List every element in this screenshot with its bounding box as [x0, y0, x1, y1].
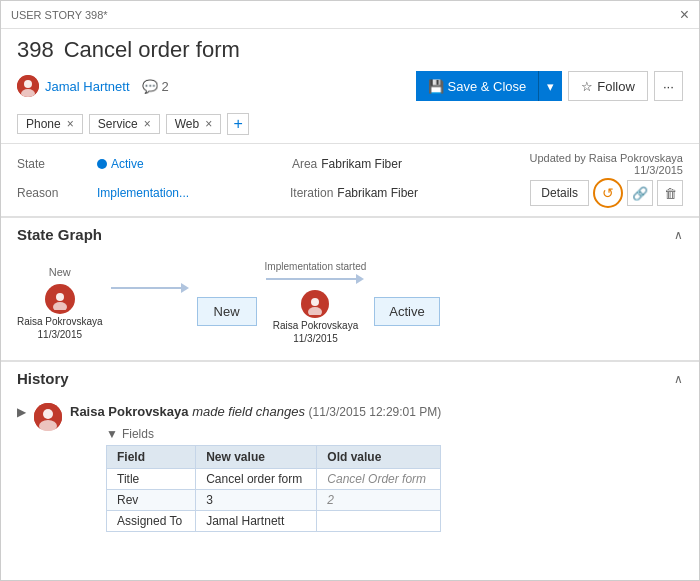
row3-old: [317, 511, 441, 532]
follow-button[interactable]: ☆ Follow: [568, 71, 648, 101]
save-dropdown-button[interactable]: ▾: [538, 71, 562, 101]
title-bar: USER STORY 398* ×: [1, 1, 699, 29]
history-entry-detail: Raisa Pokrovskaya made field changes (11…: [70, 403, 441, 532]
state-graph-content: New Raisa Pokrovskaya 11/3/2015: [1, 251, 699, 360]
row2-old: 2: [317, 490, 441, 511]
avatar: [17, 75, 39, 97]
tag-web: Web ×: [166, 114, 221, 134]
arrow-head-2: [356, 274, 364, 284]
row2-field: Rev: [107, 490, 196, 511]
fields-label: ▼ Fields: [106, 427, 441, 441]
state-user1-date: 11/3/2015: [38, 329, 83, 340]
state-user2-date: 11/3/2015: [293, 333, 338, 344]
history-title: History: [17, 370, 69, 387]
toolbar-row: Jamal Hartnett 💬 2 💾 Save & Close ▾: [17, 71, 683, 101]
save-button-group: 💾 Save & Close ▾: [416, 71, 563, 101]
reason-label: Reason: [17, 186, 97, 200]
arrow-shaft-1: [111, 287, 181, 289]
col-new-value: New value: [196, 446, 317, 469]
state-node-new2: x New: [197, 279, 257, 326]
tag-service-remove[interactable]: ×: [144, 117, 151, 131]
col-field: Field: [107, 446, 196, 469]
table-row: Assigned To Jamal Hartnett: [107, 511, 441, 532]
history-header[interactable]: History ∧: [1, 362, 699, 395]
follow-label: Follow: [597, 79, 635, 94]
chevron-down-icon: ▾: [547, 79, 554, 94]
history-icon-button[interactable]: ↺: [593, 178, 623, 208]
tag-service-label: Service: [98, 117, 138, 131]
details-button[interactable]: Details: [530, 180, 589, 206]
state-graph-title: State Graph: [17, 226, 102, 243]
row1-field: Title: [107, 469, 196, 490]
svg-point-1: [24, 80, 32, 88]
fields-section: ▼ Fields Field New value Old value: [106, 427, 441, 532]
toolbar-right: 💾 Save & Close ▾ ☆ Follow ···: [416, 71, 683, 101]
link-button[interactable]: 🔗: [627, 180, 653, 206]
state-node-new1: New Raisa Pokrovskaya 11/3/2015: [17, 266, 103, 340]
history-user: Raisa Pokrovskaya: [70, 404, 189, 419]
row3-field: Assigned To: [107, 511, 196, 532]
close-button[interactable]: ×: [680, 7, 689, 23]
state-dot: [97, 159, 107, 169]
trash-button[interactable]: 🗑: [657, 180, 683, 206]
meta-row-2: Reason Implementation... Iteration Fabri…: [17, 178, 683, 208]
tag-web-remove[interactable]: ×: [205, 117, 212, 131]
comment-number: 2: [162, 79, 169, 94]
history-avatar: [34, 403, 62, 431]
state-graph-chevron: ∧: [674, 228, 683, 242]
trash-icon: 🗑: [664, 186, 677, 201]
table-row: Rev 3 2: [107, 490, 441, 511]
row1-old: Cancel Order form: [317, 469, 441, 490]
history-entry-1: ▶ Raisa Pokrovskaya made field changes: [17, 403, 683, 532]
history-icon: ↺: [602, 185, 614, 201]
save-close-button[interactable]: 💾 Save & Close: [416, 71, 539, 101]
arrow-head-1: [181, 283, 189, 293]
ellipsis-icon: ···: [663, 79, 674, 94]
add-tag-button[interactable]: +: [227, 113, 249, 135]
table-row: Title Cancel order form Cancel Order for…: [107, 469, 441, 490]
avatar-2: [301, 290, 329, 318]
row2-new: 3: [196, 490, 317, 511]
state-graph-header[interactable]: State Graph ∧: [1, 218, 699, 251]
tag-phone-remove[interactable]: ×: [67, 117, 74, 131]
tag-service: Service ×: [89, 114, 160, 134]
area-label: Area: [292, 157, 317, 171]
history-expand-icon[interactable]: ▶: [17, 405, 26, 419]
more-button[interactable]: ···: [654, 71, 683, 101]
fields-expand-icon[interactable]: ▼: [106, 427, 118, 441]
row3-new: Jamal Hartnett: [196, 511, 317, 532]
reason-value: Implementation...: [97, 186, 290, 200]
history-text-line: Raisa Pokrovskaya made field changes (11…: [70, 403, 441, 421]
state-value: Active: [111, 157, 292, 171]
avatar-1: [45, 284, 75, 314]
state-box-active: Active: [374, 297, 439, 326]
col-old-value: Old value: [317, 446, 441, 469]
toolbar-left: Jamal Hartnett 💬 2: [17, 75, 169, 97]
tag-web-label: Web: [175, 117, 199, 131]
arrow-shaft-2: [266, 278, 356, 280]
arrow-line-1: [111, 283, 189, 293]
detail-buttons: Details ↺ 🔗 🗑: [530, 178, 683, 208]
svg-point-7: [311, 298, 319, 306]
window-title: USER STORY 398*: [11, 9, 108, 21]
main-window: USER STORY 398* × 398 Cancel order form: [0, 0, 700, 581]
svg-point-10: [43, 409, 53, 419]
arrow-1: [111, 283, 189, 293]
save-label: Save & Close: [448, 79, 527, 94]
state-box-new: New: [197, 297, 257, 326]
user-name[interactable]: Jamal Hartnett: [45, 79, 130, 94]
state-user-1: Raisa Pokrovskaya 11/3/2015: [17, 284, 103, 340]
arrow2-label: Implementation started: [265, 261, 367, 272]
fields-label-text: Fields: [122, 427, 154, 441]
user-info: Jamal Hartnett: [17, 75, 130, 97]
comment-icon: 💬: [142, 79, 158, 94]
history-section: History ∧ ▶ Raisa Pokrovskaya ma: [1, 360, 699, 546]
iteration-label: Iteration: [290, 186, 333, 200]
state-label: State: [17, 157, 97, 171]
svg-point-4: [56, 293, 64, 301]
history-content: ▶ Raisa Pokrovskaya made field changes: [1, 395, 699, 546]
tags-row: Phone × Service × Web × +: [17, 109, 683, 143]
area-value: Fabrikam Fiber: [321, 157, 502, 171]
state-node-active: x Active: [374, 279, 439, 326]
follow-icon: ☆: [581, 79, 593, 94]
